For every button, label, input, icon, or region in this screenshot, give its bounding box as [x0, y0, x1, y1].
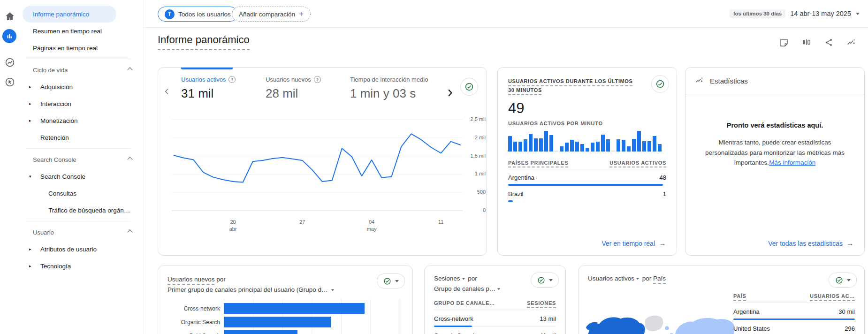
per-minute-label: USUARIOS ACTIVOS POR MINUTO [508, 121, 666, 126]
dimension-selector[interactable]: País [653, 275, 666, 282]
minute-bar [539, 138, 543, 152]
minute-bar [513, 142, 517, 151]
explore-icon[interactable] [4, 56, 16, 68]
minute-bar [611, 151, 615, 152]
expand-arrow-icon[interactable]: ▾ [29, 174, 40, 179]
insights-icon[interactable] [846, 38, 857, 48]
channel-column-header: GRUPO DE CANALE… [434, 300, 495, 306]
metric-value: 1 min y 03 s [350, 86, 428, 101]
expand-arrow-icon[interactable]: ▸ [29, 118, 40, 123]
sidebar-item-label: Ciclo de vida [33, 67, 68, 74]
compare-icon[interactable] [801, 38, 812, 48]
hbar-row-organic-search: Organic Search [168, 317, 403, 327]
sidebar-item-monetizacion[interactable]: ▸Monetización [23, 112, 138, 129]
dimension-selector[interactable]: Grupo de canales p… [434, 285, 502, 292]
sidebar-item-consultas[interactable]: Consultas [23, 185, 138, 202]
collapse-chevron-icon[interactable] [127, 229, 132, 235]
sidebar-section-ciclo-de-vida[interactable]: Ciclo de vida [23, 61, 138, 78]
sidebar-item-label: Informe panorámico [33, 11, 89, 18]
sidebar-item-retencion[interactable]: Retención [23, 129, 138, 146]
x-axis-tick: 04may [361, 219, 382, 233]
sidebar-item-search-console[interactable]: ▾Search Console [23, 168, 138, 185]
x-tick-day: 04 [361, 219, 382, 226]
sidebar-item-adquisicion[interactable]: ▸Adquisición [23, 78, 138, 95]
active-users-by-country-card: Usuarios activos por País PAÍS USUARIOS … [578, 266, 865, 334]
row-value: 296 [845, 325, 855, 332]
insight-status-dropdown[interactable] [377, 273, 405, 288]
sidebar-item-paginas-en-tiempo-real[interactable]: Páginas en tiempo real [23, 39, 138, 56]
metric-selector[interactable]: Usuarios activos [588, 275, 640, 282]
sidebar-item-label: Usuario [33, 229, 54, 236]
minute-bar [658, 144, 662, 152]
metric-tab-usuarios-activos[interactable]: Usuarios activos?31 mil [181, 76, 236, 101]
sidebar-item-trafico-de-busqueda-organ[interactable]: Tráfico de búsqueda orgán… [23, 202, 138, 219]
insight-status-dropdown[interactable] [531, 273, 559, 288]
insight-status-badge[interactable] [651, 75, 669, 93]
expand-arrow-icon[interactable]: ▸ [29, 247, 40, 251]
insight-status-badge[interactable] [460, 78, 478, 96]
insight-status-dropdown[interactable] [829, 273, 857, 288]
view-realtime-link[interactable]: Ver en tiempo real → [602, 239, 666, 248]
collapse-chevron-icon[interactable] [127, 67, 132, 72]
date-preset-badge: los últimos 30 días [730, 9, 785, 18]
table-row: United States296 [733, 325, 855, 332]
hbar-row-cross-network: Cross-network [168, 303, 403, 314]
home-icon[interactable] [4, 10, 16, 23]
expand-arrow-icon[interactable]: ▸ [29, 264, 40, 268]
minute-bar [570, 140, 574, 152]
date-range-picker[interactable]: los últimos 30 días 14 abr-13 may 2025 [730, 9, 860, 18]
sticky-note-icon[interactable] [779, 38, 789, 48]
sidebar-item-label: Atributos de usuario [40, 246, 97, 253]
metric-selector[interactable]: Usuarios nuevos [168, 276, 215, 283]
country-table: PAÍS USUARIOS AC… Argentina30 milUnited … [733, 293, 855, 332]
collapse-chevron-icon[interactable] [127, 157, 132, 162]
help-icon[interactable]: ? [228, 76, 236, 83]
metrics-next-button[interactable] [445, 88, 455, 98]
title-join: por [216, 276, 226, 283]
hbar-bar [224, 330, 297, 334]
sidebar-nav: Informe panorámicoResumen en tiempo real… [19, 6, 143, 274]
metric-value: 28 mil [266, 86, 321, 101]
expand-arrow-icon[interactable]: ▸ [29, 84, 40, 89]
sidebar-item-informe-panoramico[interactable]: Informe panorámico [23, 6, 116, 23]
expand-arrow-icon[interactable]: ▸ [29, 101, 40, 106]
sidebar-item-interaccion[interactable]: ▸Interacción [23, 95, 138, 112]
row-value: 11 mil [540, 332, 556, 334]
hbar-track [224, 330, 403, 334]
sidebar-item-tecnologia[interactable]: ▸Tecnología [23, 258, 138, 274]
minute-bar [637, 131, 641, 152]
minute-bar [544, 131, 548, 152]
help-icon[interactable]: ? [314, 76, 321, 83]
sidebar-item-resumen-en-tiempo-real[interactable]: Resumen en tiempo real [23, 23, 138, 39]
sidebar-section-usuario[interactable]: Usuario [23, 224, 138, 241]
metrics-prev-button[interactable] [163, 87, 171, 96]
sidebar-item-label: Monetización [40, 117, 78, 124]
minute-bar [601, 135, 605, 152]
chevron-down-icon [331, 289, 334, 291]
x-tick-day: 20 [223, 219, 244, 226]
sidebar-section-search-console[interactable]: Search Console [23, 151, 138, 168]
add-comparison-label: Añadir comparación [239, 11, 295, 18]
metric-tab-usuarios-nuevos[interactable]: Usuarios nuevos?28 mil [266, 76, 321, 101]
dimension-selector[interactable]: Primer grupo de canales principal del us… [168, 286, 335, 293]
audience-chip[interactable]: T Todos los usuarios [158, 7, 238, 22]
title-join: por [468, 275, 477, 282]
hbar-category-label: Organic Search [168, 319, 224, 326]
advertising-icon[interactable] [4, 76, 16, 88]
minute-bar [586, 148, 589, 151]
plus-icon: + [299, 9, 304, 19]
sidebar-item-atributos-de-usuario[interactable]: ▸Atributos de usuario [23, 241, 138, 258]
chevron-down-icon [549, 279, 553, 281]
view-all-insights-link[interactable]: Ver todas las estadísticas → [768, 239, 854, 248]
countries-column-header: PAÍSES PRINCIPALES [508, 160, 568, 166]
sidebar-item-label: Search Console [33, 156, 76, 163]
learn-more-link[interactable]: Más información [769, 159, 815, 166]
page-title[interactable]: Informe panorámico [158, 34, 250, 50]
metric-tab-tiempo-de-interaccion-medio[interactable]: Tiempo de interacción medio1 min y 03 s [350, 76, 428, 101]
add-comparison-button[interactable]: Añadir comparación + [232, 7, 311, 22]
metric-selector[interactable]: Sesiones [434, 275, 466, 282]
reports-icon[interactable] [2, 29, 16, 43]
minute-bar [580, 144, 584, 152]
realtime-card: USUARIOS ACTIVOS DURANTE LOS ÚLTIMOS 30 … [497, 67, 677, 256]
share-icon[interactable] [824, 38, 834, 48]
